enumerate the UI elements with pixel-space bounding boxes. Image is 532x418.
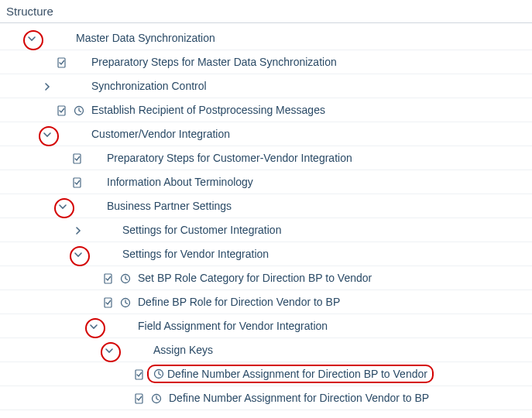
tree-node-label[interactable]: Master Data Synchronization [73, 30, 218, 46]
document-icon [103, 273, 114, 284]
activity-icon[interactable] [151, 393, 162, 404]
activity-icon[interactable] [120, 273, 131, 284]
tree-node-label[interactable]: Preparatory Steps for Customer-Vendor In… [104, 150, 355, 166]
chevron-down-icon[interactable] [74, 251, 82, 259]
tree-node-label[interactable]: Assign Keys [150, 342, 216, 358]
tree-node-bp-settings[interactable]: Business Partner Settings [0, 194, 532, 218]
tree-node-label[interactable]: Settings for Vendor Integration [119, 246, 272, 262]
tree-node-prep-steps-cvi[interactable]: Preparatory Steps for Customer-Vendor In… [0, 146, 532, 170]
tree-node-label[interactable]: Information About Terminology [104, 174, 256, 190]
tree-node-num-assign-vendor-to-bp[interactable]: Define Number Assignment for Direction V… [0, 386, 532, 410]
tree-node-label[interactable]: Business Partner Settings [104, 198, 235, 214]
tree-node-label[interactable]: Synchronization Control [88, 78, 210, 94]
structure-title: Structure [6, 5, 53, 18]
tree-node-master-data-sync[interactable]: Master Data Synchronization [0, 26, 532, 50]
highlighted-activity[interactable]: Define Number Assignment for Direction B… [147, 365, 434, 383]
activity-icon[interactable] [153, 368, 164, 379]
chevron-down-icon[interactable] [90, 323, 98, 331]
document-icon [134, 369, 145, 380]
chevron-down-icon[interactable] [43, 131, 51, 139]
structure-header: Structure [0, 0, 532, 23]
tree-node-cv-integration[interactable]: Customer/Vendor Integration [0, 122, 532, 146]
tree-node-label[interactable]: Define BP Role for Direction Vendor to B… [135, 294, 343, 310]
tree-node-label[interactable]: Preparatory Steps for Master Data Synchr… [88, 54, 340, 70]
tree-node-label[interactable]: Field Assignment for Vendor Integration [135, 318, 331, 334]
chevron-down-icon[interactable] [28, 35, 36, 43]
tree-node-assign-keys[interactable]: Assign Keys [0, 338, 532, 362]
tree-node-info-terminology[interactable]: Information About Terminology [0, 170, 532, 194]
document-icon [57, 57, 67, 68]
tree-node-define-bp-role[interactable]: Define BP Role for Direction Vendor to B… [0, 290, 532, 314]
document-icon [72, 177, 83, 188]
tree-node-vend-integ-settings[interactable]: Settings for Vendor Integration [0, 242, 532, 266]
tree-node-label[interactable]: Set BP Role Category for Direction BP to… [135, 270, 375, 286]
structure-tree: Master Data Synchronization Preparatory … [0, 23, 532, 410]
document-icon [57, 105, 67, 116]
chevron-right-icon[interactable] [74, 227, 82, 235]
tree-node-prep-steps-mds[interactable]: Preparatory Steps for Master Data Synchr… [0, 50, 532, 74]
tree-node-sync-control[interactable]: Synchronization Control [0, 74, 532, 98]
tree-node-label[interactable]: Define Number Assignment for Direction V… [166, 390, 432, 406]
chevron-right-icon[interactable] [43, 83, 51, 91]
document-icon [103, 297, 114, 308]
chevron-down-icon[interactable] [59, 203, 67, 211]
tree-node-num-assign-bp-to-vendor[interactable]: Define Number Assignment for Direction B… [0, 362, 532, 386]
activity-icon[interactable] [120, 297, 131, 308]
tree-node-field-assignment-vi[interactable]: Field Assignment for Vendor Integration [0, 314, 532, 338]
document-icon [72, 153, 83, 164]
tree-node-label[interactable]: Define Number Assignment for Direction B… [167, 368, 427, 380]
chevron-down-icon[interactable] [105, 347, 113, 355]
tree-node-set-bp-role-category[interactable]: Set BP Role Category for Direction BP to… [0, 266, 532, 290]
document-icon [134, 393, 145, 404]
tree-node-label[interactable]: Customer/Vendor Integration [88, 126, 233, 142]
activity-icon[interactable] [74, 105, 84, 116]
tree-node-cust-integ-settings[interactable]: Settings for Customer Integration [0, 218, 532, 242]
tree-node-label[interactable]: Settings for Customer Integration [119, 222, 284, 238]
tree-node-label[interactable]: Establish Recipient of Postprocessing Me… [88, 102, 328, 118]
tree-node-establish-recipient[interactable]: Establish Recipient of Postprocessing Me… [0, 98, 532, 122]
